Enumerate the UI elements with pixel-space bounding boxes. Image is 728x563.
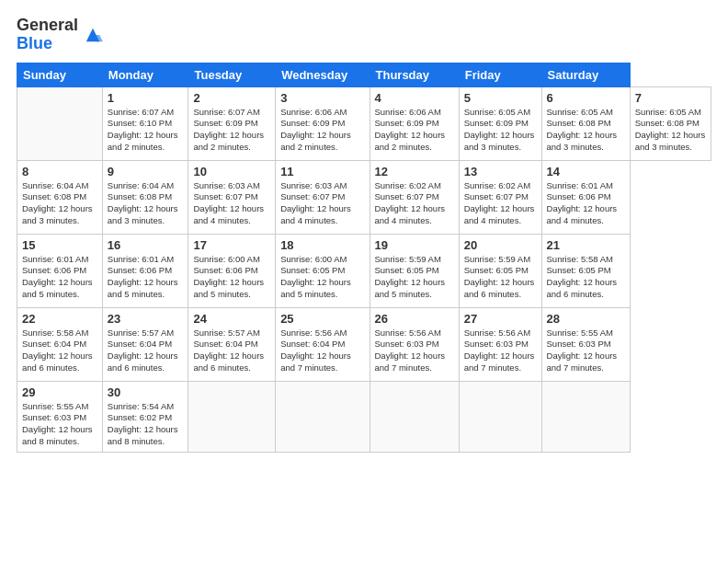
day-info: Sunrise: 6:03 AMSunset: 6:07 PMDaylight:… [193,180,264,225]
calendar-cell: 26 Sunrise: 5:56 AMSunset: 6:03 PMDaylig… [370,307,459,381]
day-info: Sunrise: 6:05 AMSunset: 6:08 PMDaylight:… [635,107,706,152]
day-info: Sunrise: 6:01 AMSunset: 6:06 PMDaylight:… [22,254,93,299]
day-number: 27 [464,312,537,326]
calendar-cell [276,381,370,452]
calendar-cell: 2 Sunrise: 6:07 AMSunset: 6:09 PMDayligh… [188,86,276,160]
day-info: Sunrise: 6:02 AMSunset: 6:07 PMDaylight:… [375,180,446,225]
day-info: Sunrise: 6:04 AMSunset: 6:08 PMDaylight:… [22,180,93,225]
calendar-cell: 6 Sunrise: 6:05 AMSunset: 6:08 PMDayligh… [541,86,630,160]
day-info: Sunrise: 6:00 AMSunset: 6:06 PMDaylight:… [193,254,264,299]
calendar-cell: 23 Sunrise: 5:57 AMSunset: 6:04 PMDaylig… [102,307,188,381]
day-info: Sunrise: 5:57 AMSunset: 6:04 PMDaylight:… [193,327,264,373]
day-info: Sunrise: 5:54 AMSunset: 6:02 PMDaylight:… [108,401,178,446]
calendar-cell: 11 Sunrise: 6:03 AMSunset: 6:07 PMDaylig… [276,160,370,234]
calendar-cell: 14 Sunrise: 6:01 AMSunset: 6:06 PMDaylig… [541,160,630,234]
calendar-cell: 17 Sunrise: 6:00 AMSunset: 6:06 PMDaylig… [188,234,276,307]
day-number: 13 [464,165,537,178]
day-number: 30 [108,385,184,399]
logo-blue: Blue [17,35,78,53]
calendar-cell: 8 Sunrise: 6:04 AMSunset: 6:08 PMDayligh… [17,160,103,234]
calendar-cell: 9 Sunrise: 6:04 AMSunset: 6:08 PMDayligh… [102,160,188,234]
day-info: Sunrise: 6:05 AMSunset: 6:09 PMDaylight:… [464,107,535,152]
calendar-cell [370,381,459,452]
page: General Blue SundayMondayTuesdayWednesda… [0,0,728,563]
week-row-2: 8 Sunrise: 6:04 AMSunset: 6:08 PMDayligh… [17,160,711,234]
calendar-cell: 12 Sunrise: 6:02 AMSunset: 6:07 PMDaylig… [370,160,459,234]
day-info: Sunrise: 5:59 AMSunset: 6:05 PMDaylight:… [464,254,535,299]
week-row-5: 29 Sunrise: 5:55 AMSunset: 6:03 PMDaylig… [17,381,711,452]
day-number: 3 [280,91,364,105]
day-info: Sunrise: 5:57 AMSunset: 6:04 PMDaylight:… [108,327,178,373]
weekday-header-wednesday: Wednesday [276,63,370,86]
weekday-header-thursday: Thursday [370,63,459,86]
calendar-cell [17,86,103,160]
calendar-cell: 10 Sunrise: 6:03 AMSunset: 6:07 PMDaylig… [188,160,276,234]
day-info: Sunrise: 6:07 AMSunset: 6:10 PMDaylight:… [108,107,178,152]
day-number: 20 [464,238,537,252]
header: General Blue [17,17,711,53]
day-info: Sunrise: 6:05 AMSunset: 6:08 PMDaylight:… [547,107,618,152]
day-info: Sunrise: 5:56 AMSunset: 6:03 PMDaylight:… [464,327,535,373]
day-number: 26 [375,312,454,326]
week-row-4: 22 Sunrise: 5:58 AMSunset: 6:04 PMDaylig… [17,307,711,381]
calendar-cell: 5 Sunrise: 6:05 AMSunset: 6:09 PMDayligh… [459,86,541,160]
day-number: 28 [547,312,625,326]
day-number: 18 [280,238,364,252]
calendar-cell [188,381,276,452]
logo-general: General [17,17,78,35]
day-info: Sunrise: 5:58 AMSunset: 6:05 PMDaylight:… [547,254,618,299]
week-row-3: 15 Sunrise: 6:01 AMSunset: 6:06 PMDaylig… [17,234,711,307]
day-info: Sunrise: 6:01 AMSunset: 6:06 PMDaylight:… [108,254,178,299]
logo: General Blue [17,17,104,53]
day-number: 10 [193,165,270,178]
calendar-cell: 25 Sunrise: 5:56 AMSunset: 6:04 PMDaylig… [276,307,370,381]
calendar-cell: 21 Sunrise: 5:58 AMSunset: 6:05 PMDaylig… [541,234,630,307]
day-info: Sunrise: 5:56 AMSunset: 6:03 PMDaylight:… [375,327,446,373]
day-number: 29 [22,385,97,399]
logo-icon [82,24,104,46]
day-number: 14 [547,165,625,178]
day-number: 9 [108,165,184,178]
day-info: Sunrise: 6:06 AMSunset: 6:09 PMDaylight:… [280,107,351,152]
day-number: 12 [375,165,454,178]
day-number: 16 [108,238,184,252]
day-number: 25 [280,312,364,326]
weekday-header-tuesday: Tuesday [188,63,276,86]
weekday-header-friday: Friday [459,63,541,86]
calendar-cell: 3 Sunrise: 6:06 AMSunset: 6:09 PMDayligh… [276,86,370,160]
day-info: Sunrise: 6:07 AMSunset: 6:09 PMDaylight:… [193,107,264,152]
day-number: 8 [22,165,97,178]
calendar-cell: 15 Sunrise: 6:01 AMSunset: 6:06 PMDaylig… [17,234,103,307]
calendar-cell: 18 Sunrise: 6:00 AMSunset: 6:05 PMDaylig… [276,234,370,307]
weekday-header-monday: Monday [102,63,188,86]
day-info: Sunrise: 5:55 AMSunset: 6:03 PMDaylight:… [22,401,93,446]
day-number: 15 [22,238,97,252]
day-number: 7 [635,91,706,105]
day-number: 23 [108,312,184,326]
calendar-cell: 19 Sunrise: 5:59 AMSunset: 6:05 PMDaylig… [370,234,459,307]
day-info: Sunrise: 5:55 AMSunset: 6:03 PMDaylight:… [547,327,618,373]
day-number: 5 [464,91,537,105]
day-number: 1 [108,91,184,105]
weekday-header-sunday: Sunday [17,63,103,86]
day-number: 6 [547,91,625,105]
day-info: Sunrise: 5:59 AMSunset: 6:05 PMDaylight:… [375,254,446,299]
day-number: 2 [193,91,270,105]
calendar-cell [541,381,630,452]
day-info: Sunrise: 6:00 AMSunset: 6:05 PMDaylight:… [280,254,351,299]
day-number: 24 [193,312,270,326]
day-number: 17 [193,238,270,252]
day-info: Sunrise: 5:58 AMSunset: 6:04 PMDaylight:… [22,327,93,373]
calendar-cell: 22 Sunrise: 5:58 AMSunset: 6:04 PMDaylig… [17,307,103,381]
weekday-header-row: SundayMondayTuesdayWednesdayThursdayFrid… [17,63,711,86]
day-number: 4 [375,91,454,105]
day-number: 11 [280,165,364,178]
day-info: Sunrise: 6:06 AMSunset: 6:09 PMDaylight:… [375,107,446,152]
day-info: Sunrise: 6:03 AMSunset: 6:07 PMDaylight:… [280,180,351,225]
calendar-cell: 20 Sunrise: 5:59 AMSunset: 6:05 PMDaylig… [459,234,541,307]
day-info: Sunrise: 5:56 AMSunset: 6:04 PMDaylight:… [280,327,351,373]
day-info: Sunrise: 6:01 AMSunset: 6:06 PMDaylight:… [547,180,618,225]
week-row-1: 1 Sunrise: 6:07 AMSunset: 6:10 PMDayligh… [17,86,711,160]
calendar-cell: 27 Sunrise: 5:56 AMSunset: 6:03 PMDaylig… [459,307,541,381]
calendar-cell: 29 Sunrise: 5:55 AMSunset: 6:03 PMDaylig… [17,381,103,452]
